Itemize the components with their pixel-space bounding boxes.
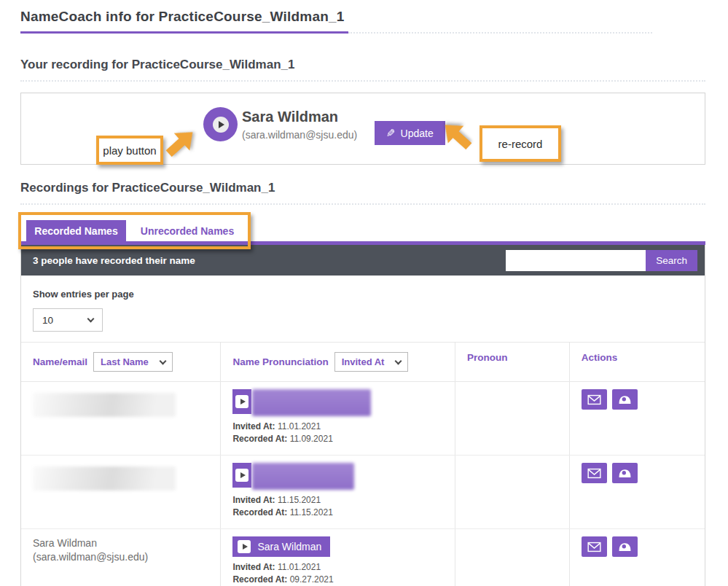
invited-at: Invited At: 11.01.2021 <box>232 562 447 573</box>
recordings-heading: Recordings for PracticeCourse_Wildman_1 <box>20 181 705 195</box>
table-row: Invited At: 11.15.2021 Recorded At: 11.1… <box>21 456 705 529</box>
title-underline-dotted <box>348 32 652 34</box>
play-icon <box>235 469 248 482</box>
chevron-down-icon <box>87 316 95 323</box>
pronoun-cell <box>455 456 570 529</box>
play-recording-button[interactable] <box>232 389 251 414</box>
row-email: (sara.wildman@sjsu.edu) <box>33 550 213 564</box>
col-actions-label: Actions <box>569 343 705 382</box>
results-toolbar: 3 people have recorded their name Search <box>21 245 705 276</box>
tab-recorded-names[interactable]: Recorded Names <box>26 220 126 241</box>
table-row: Invited At: 11.01.2021 Recorded At: 11.0… <box>21 382 705 456</box>
row-actions <box>582 463 697 483</box>
redacted-name <box>33 393 176 417</box>
col-pronoun-label: Pronoun <box>455 343 570 382</box>
redacted-recording-name <box>252 389 371 416</box>
recording-player <box>232 389 447 416</box>
play-recording-button[interactable]: Sara Wildman <box>232 536 330 557</box>
tab-strip <box>20 241 705 245</box>
search-input[interactable] <box>506 250 646 271</box>
your-recording-panel: Sara Wildman (sara.wildman@sjsu.edu) ✎ U… <box>20 93 705 165</box>
recorded-at: Recorded At: 11.09.2021 <box>232 434 447 445</box>
chevron-down-icon <box>159 357 166 364</box>
namecoach-page: NameCoach info for PracticeCourse_Wildma… <box>0 0 728 586</box>
owner-email: (sara.wildman@sjsu.edu) <box>242 129 357 141</box>
email-button[interactable] <box>582 463 607 483</box>
phone-record-button[interactable] <box>612 463 638 483</box>
recording-player <box>232 463 447 490</box>
section-divider <box>20 203 705 205</box>
play-recording-button[interactable] <box>232 463 251 488</box>
envelope-icon <box>587 394 601 405</box>
chevron-down-icon <box>395 357 402 364</box>
recorded-names-panel: 3 people have recorded their name Search… <box>20 245 705 586</box>
entries-per-page-value: 10 <box>42 315 53 326</box>
row-actions <box>582 389 697 410</box>
table-area: Show entries per page 10 Name/email Last… <box>21 276 705 586</box>
email-button[interactable] <box>582 389 607 410</box>
recording-owner: Sara Wildman (sara.wildman@sjsu.edu) <box>242 109 357 141</box>
update-button-label: Update <box>401 128 434 139</box>
invited-at: Invited At: 11.01.2021 <box>232 421 447 432</box>
show-entries-label: Show entries per page <box>21 289 705 300</box>
row-actions <box>582 536 697 557</box>
section-divider <box>20 80 705 82</box>
phone-icon <box>618 468 632 479</box>
recordings-table: Name/email Last Name Name Pronunciation … <box>21 342 705 586</box>
row-name: Sara Wildman <box>33 536 213 550</box>
search-group: Search <box>506 250 697 271</box>
envelope-icon <box>587 468 601 479</box>
col-pronunciation-label: Name Pronunciation <box>232 356 328 367</box>
table-header-row: Name/email Last Name Name Pronunciation … <box>21 343 705 382</box>
search-button[interactable]: Search <box>646 250 697 271</box>
redacted-name <box>33 466 176 491</box>
phone-icon <box>618 542 632 552</box>
pronoun-cell <box>455 529 570 586</box>
arrow-icon <box>159 121 202 164</box>
pronunciation-sort-value: Invited At <box>342 356 385 367</box>
play-button-callout: play button <box>96 136 163 165</box>
tabs-bar: Recorded Names Unrecorded Names <box>20 220 705 245</box>
table-row: Sara Wildman (sara.wildman@sjsu.edu) Sar… <box>21 529 705 586</box>
page-title: NameCoach info for PracticeCourse_Wildma… <box>20 9 705 25</box>
recorded-at: Recorded At: 09.27.2021 <box>232 574 447 585</box>
pronoun-cell <box>455 382 570 456</box>
name-sort-select[interactable]: Last Name <box>93 352 173 372</box>
play-icon <box>238 540 251 553</box>
pencil-icon: ✎ <box>386 127 396 140</box>
phone-record-button[interactable] <box>612 389 638 410</box>
redacted-recording-name <box>252 463 354 490</box>
phone-icon <box>618 394 632 405</box>
envelope-icon <box>587 542 601 552</box>
phone-record-button[interactable] <box>612 536 638 557</box>
recording-name-label: Sara Wildman <box>257 541 321 552</box>
play-recording-button[interactable] <box>203 107 238 141</box>
title-underline <box>20 31 705 34</box>
rerecord-callout: re-record <box>480 125 561 162</box>
col-name-email-label: Name/email <box>33 356 87 367</box>
results-count: 3 people have recorded their name <box>33 255 195 266</box>
email-button[interactable] <box>582 536 607 557</box>
title-underline-purple <box>20 31 348 34</box>
play-icon <box>235 395 248 408</box>
your-recording-heading: Your recording for PracticeCourse_Wildma… <box>20 58 705 72</box>
invited-at: Invited At: 11.15.2021 <box>232 495 447 506</box>
recorded-at: Recorded At: 11.15.2021 <box>232 507 447 518</box>
update-button[interactable]: ✎ Update <box>375 121 445 145</box>
play-icon <box>213 117 229 133</box>
pronunciation-sort-select[interactable]: Invited At <box>334 352 409 372</box>
owner-name: Sara Wildman <box>242 109 357 125</box>
entries-per-page-select[interactable]: 10 <box>33 308 103 332</box>
tab-unrecorded-names[interactable]: Unrecorded Names <box>126 220 248 241</box>
name-sort-value: Last Name <box>101 356 149 367</box>
